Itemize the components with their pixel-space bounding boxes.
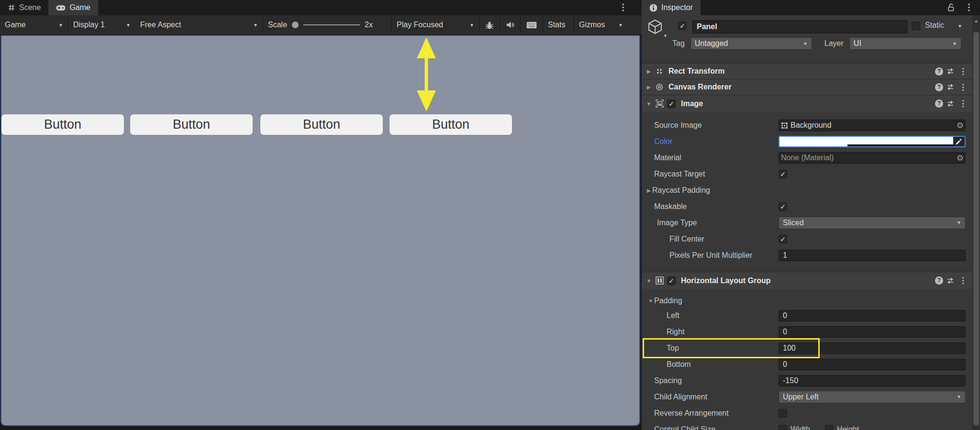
material-field[interactable]: None (Material) ⊙	[779, 152, 966, 164]
component-menu-icon[interactable]: ⋮	[958, 276, 969, 286]
unity-button-4[interactable]: Button	[390, 114, 512, 135]
component-menu-icon[interactable]: ⋮	[958, 82, 969, 92]
button-label: Button	[173, 117, 210, 132]
layer-label: Layer	[824, 39, 844, 48]
padding-right-input[interactable]: 0	[779, 326, 966, 338]
unity-button-3[interactable]: Button	[260, 114, 383, 135]
foldout-expanded-icon[interactable]: ▼	[646, 101, 652, 107]
presets-icon[interactable]	[947, 100, 954, 108]
stats-button[interactable]: Stats	[543, 15, 574, 34]
tab-game[interactable]: Game	[48, 0, 98, 15]
presets-icon[interactable]	[947, 67, 954, 75]
source-image-label: Source Image	[642, 121, 779, 130]
padding-bottom-label: Bottom	[642, 360, 779, 369]
pixels-per-unit-input[interactable]: 1	[779, 250, 966, 261]
control-width-checkbox[interactable]: ✓	[779, 425, 787, 430]
gameobject-icon-button[interactable]: ▼	[646, 18, 668, 37]
chevron-down-icon: ▼	[253, 22, 258, 28]
display-dropdown[interactable]: Display 1 ▼	[68, 15, 135, 34]
spacing-input[interactable]: -150	[779, 375, 966, 386]
gizmos-dropdown[interactable]: Gizmos ▼	[574, 15, 628, 34]
inspector-panel: Inspector ⋮ ▼ ✓ Panel ✓ Stati	[642, 0, 980, 430]
component-header-canvas-renderer[interactable]: ▶ Canvas Renderer ? ⋮	[642, 79, 972, 95]
inspector-scrollbar[interactable]: ▲	[972, 15, 980, 430]
presets-icon[interactable]	[947, 83, 954, 91]
scale-slider-track[interactable]	[303, 24, 360, 25]
unity-button-1[interactable]: Button	[1, 114, 124, 135]
presets-icon[interactable]	[947, 277, 954, 285]
padding-foldout[interactable]: ▼ Padding	[642, 296, 972, 306]
hlg-enabled-checkbox[interactable]: ✓	[667, 276, 676, 285]
game-panel-menu-icon[interactable]: ⋮	[619, 2, 627, 12]
component-menu-icon[interactable]: ⋮	[958, 66, 969, 77]
color-field[interactable]	[779, 136, 966, 147]
debug-bug-button[interactable]	[479, 15, 500, 34]
child-alignment-label: Child Alignment	[642, 393, 779, 401]
static-label: Static	[925, 21, 944, 30]
padding-top-input[interactable]: 100	[779, 342, 966, 354]
scale-slider-knob[interactable]	[292, 22, 299, 28]
eyedropper-icon	[955, 138, 962, 145]
eyedropper-button[interactable]	[953, 137, 964, 146]
component-header-image[interactable]: ▼ ✓ Image ? ⋮	[642, 95, 972, 112]
play-focused-label: Play Focused	[397, 21, 443, 29]
pixels-per-unit-label: Pixels Per Unit Multiplier	[642, 251, 779, 260]
inspector-menu-icon[interactable]: ⋮	[965, 2, 973, 12]
child-alignment-dropdown[interactable]: Upper Left ▼	[779, 391, 966, 403]
gameobject-header: ▼ ✓ Panel ✓ Static ▼ Tag Untagged ▼ Laye…	[642, 15, 972, 63]
reverse-arrangement-checkbox[interactable]: ✓	[779, 409, 787, 418]
layer-dropdown[interactable]: UI ▼	[849, 37, 961, 50]
image-component-icon	[656, 99, 664, 108]
tab-inspector-label: Inspector	[661, 3, 693, 12]
foldout-collapsed-icon[interactable]: ▶	[646, 68, 652, 75]
tag-dropdown[interactable]: Untagged ▼	[690, 37, 812, 50]
raycast-target-checkbox[interactable]: ✓	[779, 170, 787, 178]
foldout-collapsed-icon[interactable]: ▶	[646, 84, 652, 90]
maskable-checkbox[interactable]: ✓	[779, 202, 787, 211]
image-type-value: Sliced	[783, 218, 804, 228]
foldout-collapsed-icon[interactable]: ▶	[646, 187, 652, 194]
object-picker-icon[interactable]: ⊙	[957, 154, 963, 162]
source-image-value: Background	[791, 121, 831, 130]
play-focused-dropdown[interactable]: Play Focused ▼	[392, 15, 479, 34]
control-child-size-label: Control Child Size	[642, 425, 779, 430]
control-height-checkbox[interactable]: ✓	[825, 425, 834, 430]
game-mode-dropdown[interactable]: Game ▼	[0, 15, 68, 34]
component-menu-icon[interactable]: ⋮	[958, 99, 969, 109]
raycast-target-label: Raycast Target	[642, 170, 779, 178]
image-enabled-checkbox[interactable]: ✓	[667, 99, 676, 108]
help-icon[interactable]: ?	[935, 99, 943, 108]
lock-open-icon[interactable]	[947, 3, 955, 12]
tab-inspector[interactable]: Inspector	[642, 0, 701, 15]
static-checkbox[interactable]: ✓	[912, 22, 920, 30]
button-label: Button	[44, 117, 81, 132]
object-picker-icon[interactable]: ⊙	[957, 121, 963, 129]
scroll-up-arrow-icon[interactable]: ▲	[972, 15, 980, 23]
chevron-down-icon: ▼	[58, 22, 63, 28]
padding-bottom-input[interactable]: 0	[779, 359, 966, 370]
color-label: Color	[642, 137, 779, 146]
scrollbar-thumb[interactable]	[973, 32, 979, 426]
component-header-rect-transform[interactable]: ▶ Rect Transform ? ⋮	[642, 63, 972, 79]
keyboard-shortcuts-button[interactable]	[521, 15, 543, 34]
static-dropdown-arrow[interactable]: ▼	[958, 23, 962, 29]
help-icon[interactable]: ?	[935, 276, 943, 285]
mute-audio-button[interactable]	[500, 15, 520, 34]
padding-left-input[interactable]: 0	[779, 310, 966, 321]
control-height-label: Height	[837, 425, 859, 430]
gameobject-active-checkbox[interactable]: ✓	[678, 22, 687, 30]
scale-value: 2x	[365, 21, 373, 29]
aspect-ratio-dropdown[interactable]: Free Aspect ▼	[135, 15, 263, 34]
gameobject-name-input[interactable]: Panel	[692, 20, 908, 33]
component-header-horizontal-layout-group[interactable]: ▼ ✓ Horizontal Layout Group ? ⋮	[642, 272, 972, 289]
image-type-dropdown[interactable]: Sliced ▼	[779, 217, 966, 229]
unity-button-2[interactable]: Button	[130, 114, 253, 135]
tab-scene[interactable]: Scene	[0, 0, 48, 15]
game-panel: Scene Game ⋮ Game ▼ Display 1 ▼ Free Asp…	[0, 0, 642, 430]
help-icon[interactable]: ?	[935, 67, 943, 76]
source-image-field[interactable]: Background ⊙	[779, 120, 966, 131]
fill-center-checkbox[interactable]: ✓	[779, 235, 787, 243]
inspector-tabbar: Inspector ⋮	[642, 0, 980, 15]
foldout-expanded-icon[interactable]: ▼	[646, 278, 652, 284]
help-icon[interactable]: ?	[935, 83, 943, 91]
